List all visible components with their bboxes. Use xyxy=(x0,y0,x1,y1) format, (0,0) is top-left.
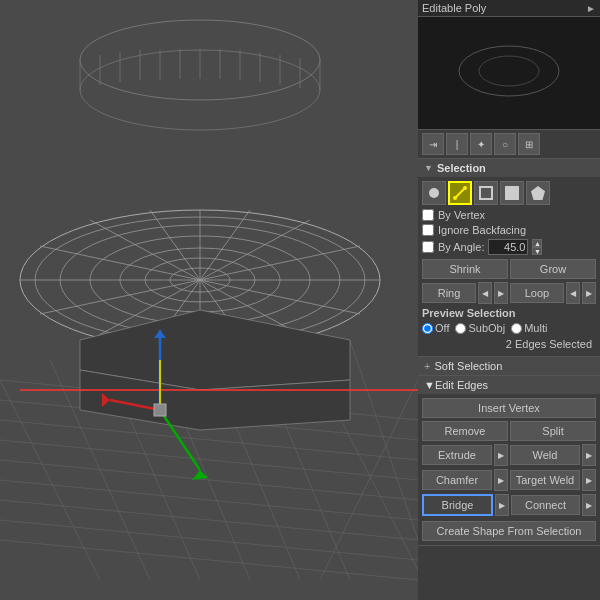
preview-sel-row: Preview Selection xyxy=(422,307,596,319)
soft-selection-title: Soft Selection xyxy=(434,360,502,372)
edge-icon xyxy=(453,186,467,200)
preview-sel-options: Off SubObj Multi xyxy=(422,322,596,334)
edit-edges-title: Edit Edges xyxy=(435,379,488,391)
create-shape-button[interactable]: Create Shape From Selection xyxy=(422,521,596,541)
connect-arrow[interactable]: ▶ xyxy=(582,494,596,516)
angle-down-btn[interactable]: ▼ xyxy=(532,247,542,255)
by-angle-row: By Angle: ▲ ▼ xyxy=(422,239,596,255)
ring-button[interactable]: Ring xyxy=(422,283,476,303)
ring-loop-row: Ring ◀ ▶ Loop ◀ ▶ xyxy=(422,282,596,304)
toolbar-btn-grid[interactable]: ⊞ xyxy=(518,133,540,155)
extrude-weld-row: Extrude ▶ Weld ▶ xyxy=(422,444,596,466)
angle-spinner: ▲ ▼ xyxy=(532,239,542,255)
angle-up-btn[interactable]: ▲ xyxy=(532,239,542,247)
svg-rect-68 xyxy=(154,404,166,416)
loop-arrow-up[interactable]: ◀ xyxy=(566,282,580,304)
preview-title-bar: Editable Poly ► xyxy=(418,0,600,17)
collapse-icon: ▼ xyxy=(424,163,433,173)
preview-svg xyxy=(418,17,600,125)
ring-arrow-down[interactable]: ▶ xyxy=(494,282,508,304)
border-icon xyxy=(479,186,493,200)
off-label[interactable]: Off xyxy=(422,322,449,334)
toolbar-btn-move[interactable]: ⇥ xyxy=(422,133,444,155)
plus-icon: + xyxy=(424,360,430,372)
selection-content: By Vertex Ignore Backfacing By Angle: ▲ … xyxy=(418,177,600,356)
bridge-arrow[interactable]: ▶ xyxy=(495,494,509,516)
preview-sel-label: Preview Selection xyxy=(422,307,516,319)
ignore-backfacing-row: Ignore Backfacing xyxy=(422,224,596,236)
svg-line-72 xyxy=(455,188,465,198)
selection-icons-row xyxy=(422,181,596,205)
edit-edges-content: Insert Vertex Remove Split Extrude ▶ Wel… xyxy=(418,394,600,545)
polygon-icon xyxy=(505,186,519,200)
toolbar-row: ⇥ | ✦ ○ ⊞ xyxy=(418,130,600,159)
chamfer-arrow[interactable]: ▶ xyxy=(494,469,508,491)
toolbar-btn-rotate[interactable]: | xyxy=(446,133,468,155)
selection-title: Selection xyxy=(437,162,486,174)
edit-edges-collapse-icon: ▼ xyxy=(424,379,435,391)
multi-label[interactable]: Multi xyxy=(511,322,547,334)
target-weld-button[interactable]: Target Weld xyxy=(510,470,580,490)
loop-arrow-down[interactable]: ▶ xyxy=(582,282,596,304)
polygon-select-btn[interactable] xyxy=(500,181,524,205)
by-angle-checkbox[interactable] xyxy=(422,241,434,253)
edge-select-btn[interactable] xyxy=(448,181,472,205)
edges-selected: 2 Edges Selected xyxy=(422,336,596,352)
connect-button[interactable]: Connect xyxy=(511,495,580,515)
angle-input[interactable] xyxy=(488,239,528,255)
subobj-radio[interactable] xyxy=(455,323,466,334)
edit-edges-section: ▼ Edit Edges Insert Vertex Remove Split … xyxy=(418,376,600,546)
preview-title: Editable Poly xyxy=(422,2,586,14)
right-panel: Editable Poly ► ⇥ | ✦ ○ ⊞ ▼ xyxy=(418,0,600,600)
selection-section: ▼ Selection xyxy=(418,159,600,357)
bridge-button[interactable]: Bridge xyxy=(422,494,493,516)
remove-button[interactable]: Remove xyxy=(422,421,508,441)
preview-area: Editable Poly ► xyxy=(418,0,600,130)
border-select-btn[interactable] xyxy=(474,181,498,205)
vertex-icon xyxy=(429,188,439,198)
element-icon xyxy=(531,186,545,200)
edit-edges-header[interactable]: ▼ Edit Edges xyxy=(418,376,600,394)
loop-button[interactable]: Loop xyxy=(510,283,564,303)
multi-radio[interactable] xyxy=(511,323,522,334)
viewport-svg xyxy=(0,0,418,600)
toolbar-btn-scale[interactable]: ✦ xyxy=(470,133,492,155)
extrude-button[interactable]: Extrude xyxy=(422,445,492,465)
svg-point-73 xyxy=(453,196,457,200)
by-vertex-checkbox[interactable] xyxy=(422,209,434,221)
chamfer-targetweld-row: Chamfer ▶ Target Weld ▶ xyxy=(422,469,596,491)
preview-canvas xyxy=(418,17,600,125)
split-button[interactable]: Split xyxy=(510,421,596,441)
remove-split-row: Remove Split xyxy=(422,421,596,441)
ignore-backfacing-checkbox[interactable] xyxy=(422,224,434,236)
subobj-label[interactable]: SubObj xyxy=(455,322,505,334)
weld-button[interactable]: Weld xyxy=(510,445,580,465)
shrink-grow-row: Shrink Grow xyxy=(422,259,596,279)
toolbar-btn-select[interactable]: ○ xyxy=(494,133,516,155)
by-vertex-row: By Vertex xyxy=(422,209,596,221)
extrude-arrow[interactable]: ▶ xyxy=(494,444,508,466)
soft-selection-header[interactable]: + Soft Selection xyxy=(418,357,600,375)
send-icon[interactable]: ► xyxy=(586,3,596,14)
main-container: Editable Poly ► ⇥ | ✦ ○ ⊞ ▼ xyxy=(0,0,600,600)
element-select-btn[interactable] xyxy=(526,181,550,205)
insert-vertex-button[interactable]: Insert Vertex xyxy=(422,398,596,418)
ring-arrow-up[interactable]: ◀ xyxy=(478,282,492,304)
by-vertex-label: By Vertex xyxy=(438,209,485,221)
viewport xyxy=(0,0,418,600)
selection-header[interactable]: ▼ Selection xyxy=(418,159,600,177)
chamfer-button[interactable]: Chamfer xyxy=(422,470,492,490)
bridge-connect-row: Bridge ▶ Connect ▶ xyxy=(422,494,596,516)
ignore-backfacing-label: Ignore Backfacing xyxy=(438,224,526,236)
target-weld-arrow[interactable]: ▶ xyxy=(582,469,596,491)
soft-selection-section: + Soft Selection xyxy=(418,357,600,376)
off-radio[interactable] xyxy=(422,323,433,334)
svg-point-74 xyxy=(463,186,467,190)
by-angle-label: By Angle: xyxy=(438,241,484,253)
grow-button[interactable]: Grow xyxy=(510,259,596,279)
svg-rect-69 xyxy=(418,17,600,125)
shrink-button[interactable]: Shrink xyxy=(422,259,508,279)
svg-rect-1 xyxy=(0,0,418,600)
vertex-select-btn[interactable] xyxy=(422,181,446,205)
weld-arrow[interactable]: ▶ xyxy=(582,444,596,466)
